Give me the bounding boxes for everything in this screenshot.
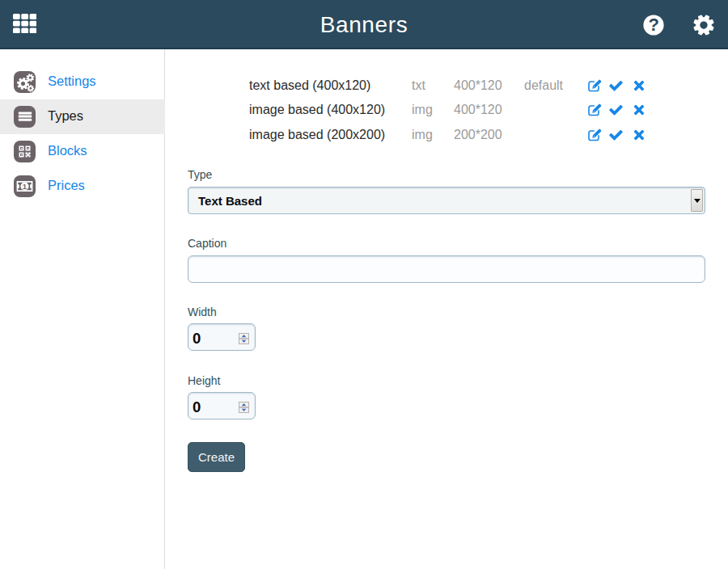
svg-text:1: 1 (23, 182, 28, 191)
svg-text:?: ? (648, 15, 658, 35)
